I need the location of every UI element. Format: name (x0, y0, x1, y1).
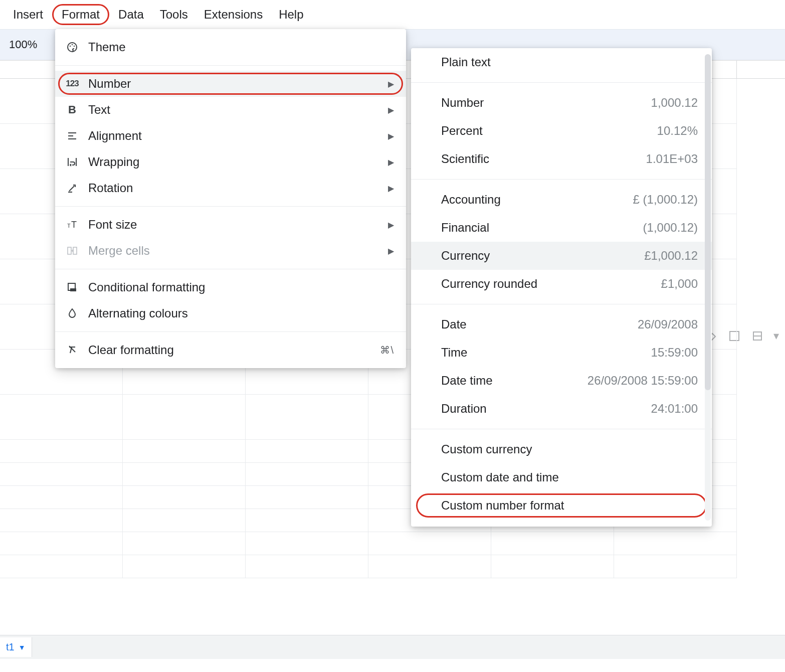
menu-item-label: Alignment (88, 129, 379, 143)
number-format-custom-currency[interactable]: Custom currency (411, 435, 712, 463)
zoom-level[interactable]: 100% (9, 38, 37, 51)
number-format-accounting[interactable]: Accounting£ (1,000.12) (411, 186, 712, 214)
scrollbar-thumb[interactable] (705, 54, 711, 390)
menu-item-label: Number (88, 77, 379, 91)
submenu-arrow-icon: ▶ (388, 131, 394, 141)
menu-item-insert[interactable]: Insert (6, 5, 50, 25)
svg-rect-15 (70, 288, 76, 291)
sheet-tab[interactable]: t1 ▼ (0, 637, 32, 657)
menu-item-label: Wrapping (88, 155, 379, 169)
format-example: 15:59:00 (651, 346, 698, 360)
menu-item-conditional-formatting[interactable]: Conditional formatting (55, 274, 406, 300)
format-example: 26/09/2008 15:59:00 (587, 374, 698, 388)
menu-item-number[interactable]: 123Number▶ (55, 71, 406, 97)
menu-item-label: Font size (88, 218, 379, 232)
number-format-plain-text[interactable]: Plain text (411, 48, 712, 76)
chevron-down-icon[interactable]: ▼ (19, 643, 26, 651)
altcolor-icon (65, 306, 79, 320)
menu-separator (55, 331, 406, 332)
menu-item-rotation[interactable]: Rotation▶ (55, 175, 406, 201)
menu-item-tools[interactable]: Tools (153, 5, 195, 25)
menu-item-format[interactable]: Format (52, 4, 109, 25)
menu-item-label: Alternating colours (88, 306, 394, 320)
sheet-tab-label: t1 (6, 641, 15, 653)
number-format-duration[interactable]: Duration24:01:00 (411, 395, 712, 423)
number-submenu: Plain textNumber1,000.12Percent10.12%Sci… (411, 48, 712, 527)
menu-item-label: Merge cells (88, 244, 379, 258)
number-format-currency-rounded[interactable]: Currency rounded£1,000 (411, 270, 712, 298)
menu-separator (411, 304, 712, 304)
submenu-arrow-icon: ▶ (388, 105, 394, 115)
submenu-arrow-icon: ▶ (388, 79, 394, 89)
menu-item-label: Text (88, 103, 379, 117)
align-icon (65, 129, 79, 143)
number-format-number[interactable]: Number1,000.12 (411, 89, 712, 117)
number-format-percent[interactable]: Percent10.12% (411, 117, 712, 145)
svg-text:T: T (67, 223, 71, 229)
svg-point-2 (70, 46, 71, 47)
menu-item-help[interactable]: Help (272, 5, 310, 25)
menu-item-label: Theme (88, 40, 394, 54)
menu-item-clear-formatting[interactable]: Clear formatting⌘\ (55, 337, 406, 363)
menu-item-extensions[interactable]: Extensions (197, 5, 270, 25)
format-label: Financial (441, 221, 489, 235)
number-format-currency[interactable]: Currency£1,000.12 (411, 242, 712, 270)
menu-separator (411, 429, 712, 429)
clearformat-icon (65, 343, 79, 357)
rotate-icon (65, 181, 79, 195)
format-label: Date time (441, 374, 493, 388)
123-icon: 123 (65, 77, 79, 91)
menu-item-wrapping[interactable]: Wrapping▶ (55, 149, 406, 175)
format-label: Currency (441, 249, 490, 263)
menu-item-alignment[interactable]: Alignment▶ (55, 123, 406, 149)
number-format-financial[interactable]: Financial(1,000.12) (411, 214, 712, 242)
scrollbar[interactable] (705, 54, 711, 521)
number-format-date[interactable]: Date26/09/2008 (411, 310, 712, 339)
menu-item-font-size[interactable]: TTFont size▶ (55, 212, 406, 238)
svg-point-4 (74, 46, 75, 47)
sheet-tabs-bar: t1 ▼ (0, 635, 785, 659)
menu-item-merge-cells: Merge cells▶ (55, 238, 406, 264)
svg-point-1 (68, 43, 77, 52)
menu-separator (411, 179, 712, 180)
format-example: £ (1,000.12) (633, 193, 698, 207)
submenu-arrow-icon: ▶ (388, 220, 394, 230)
menu-item-label: Rotation (88, 181, 379, 195)
submenu-arrow-icon: ▶ (388, 246, 394, 256)
format-menu-dropdown: Theme123Number▶BText▶Alignment▶Wrapping▶… (55, 29, 406, 368)
keyboard-shortcut: ⌘\ (380, 344, 394, 356)
format-label: Duration (441, 402, 487, 416)
number-format-time[interactable]: Time15:59:00 (411, 339, 712, 367)
palette-icon (65, 40, 79, 54)
svg-point-3 (72, 44, 73, 45)
format-label: Scientific (441, 152, 489, 166)
number-format-date-time[interactable]: Date time26/09/2008 15:59:00 (411, 367, 712, 395)
number-format-custom-number-format[interactable]: Custom number format (411, 491, 712, 520)
menu-item-alternating-colours[interactable]: Alternating colours (55, 300, 406, 326)
format-label: Currency rounded (441, 277, 537, 291)
format-example: 1.01E+03 (646, 152, 698, 166)
number-format-scientific[interactable]: Scientific1.01E+03 (411, 145, 712, 173)
number-format-custom-date-and-time[interactable]: Custom date and time (411, 463, 712, 491)
wrap-icon (65, 155, 79, 169)
format-label: Date (441, 317, 467, 331)
submenu-arrow-icon: ▶ (388, 184, 394, 193)
condformat-icon (65, 280, 79, 294)
merge-icon (65, 244, 79, 258)
svg-rect-12 (68, 247, 71, 254)
format-example: 10.12% (657, 124, 698, 138)
format-example: (1,000.12) (643, 221, 698, 235)
bold-icon: B (65, 103, 79, 117)
menu-separator (55, 269, 406, 269)
svg-text:T: T (71, 220, 77, 230)
format-label: Time (441, 346, 467, 360)
format-label: Number (441, 96, 484, 110)
menu-item-data[interactable]: Data (111, 5, 151, 25)
fontsize-icon: TT (65, 218, 79, 232)
menu-item-label: Conditional formatting (88, 280, 394, 294)
menu-item-text[interactable]: BText▶ (55, 97, 406, 123)
menu-item-label: Clear formatting (88, 343, 371, 357)
menu-item-theme[interactable]: Theme (55, 34, 406, 60)
format-example: 26/09/2008 (638, 317, 698, 331)
zoom-value: 100% (9, 38, 37, 51)
